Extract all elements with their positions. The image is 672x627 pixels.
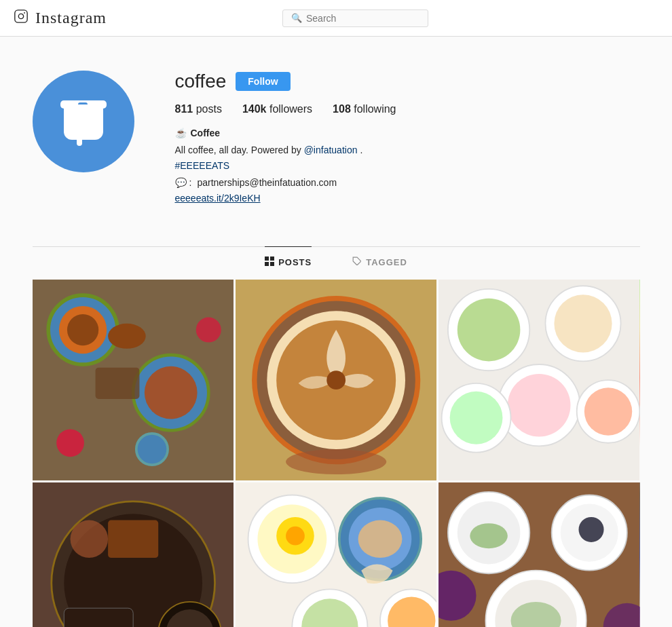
svg-point-61 [470,524,508,549]
bio-description-text: All coffee, all day. Powered by [175,145,301,155]
svg-point-24 [286,449,386,474]
search-container[interactable]: 🔍 [282,10,428,27]
tab-posts[interactable]: POSTS [265,246,312,278]
bio-name: ☕ Coffee [175,126,640,140]
tab-posts-label: POSTS [278,257,312,267]
bio-hashtag[interactable]: #EEEEEATS [175,160,230,171]
followers-stat: 140k followers [242,103,312,115]
svg-point-27 [458,299,521,362]
svg-point-17 [56,429,84,457]
header-left: Instagram [14,9,107,28]
svg-rect-3 [265,256,269,261]
following-stat: 108 following [333,103,396,115]
svg-point-2 [24,12,25,14]
main-content: coffee Follow 811 posts 140k followers 1… [19,37,654,627]
svg-point-29 [555,294,612,352]
following-label: following [354,103,396,115]
photo-cell-3[interactable] [438,280,639,480]
tabs-section: POSTS TAGGED [33,246,640,278]
svg-point-11 [67,314,98,345]
svg-point-35 [584,387,632,435]
photo-cell-4[interactable] [33,482,234,627]
posts-count: 811 [175,103,193,115]
email-icon: 💬 [175,176,187,190]
svg-point-16 [195,318,221,343]
bio-email-address: partnerships@theinfatuation.com [197,176,337,190]
svg-point-14 [108,324,146,349]
profile-cup-icon [60,98,107,145]
avatar-container [33,71,134,172]
tag-icon [352,256,362,268]
search-input[interactable] [306,13,419,24]
profile-info: coffee Follow 811 posts 140k followers 1… [175,71,640,206]
stats-row: 811 posts 140k followers 108 following [175,103,640,115]
svg-point-23 [326,370,346,390]
bio-email-prefix: : [189,176,192,190]
bio-url-link[interactable]: eeeeeats.it/2k9IeKH [175,191,640,206]
instagram-logo-text: Instagram [35,9,107,27]
followers-label: followers [269,103,312,115]
svg-point-13 [144,366,197,419]
bio-section: ☕ Coffee All coffee, all day. Powered by… [175,126,640,206]
svg-rect-5 [265,262,269,266]
coffee-emoji-icon: ☕ [175,126,187,140]
instagram-logo-icon [14,9,29,28]
posts-stat: 811 posts [175,103,222,115]
bio-description: All coffee, all day. Powered by @infatua… [175,143,640,157]
photo-grid [33,280,640,627]
svg-rect-6 [270,262,274,266]
avatar [33,71,134,172]
photo-cell-5[interactable] [236,482,436,627]
svg-point-40 [70,520,108,558]
svg-rect-4 [270,256,274,261]
svg-point-15 [136,434,167,465]
following-count: 108 [333,103,351,115]
photo-cell-2[interactable] [236,280,436,480]
search-icon: 🔍 [291,13,302,23]
bio-infatuation-link[interactable]: @infatuation [304,145,358,155]
followers-count: 140k [242,103,267,115]
profile-username: coffee [175,71,227,92]
bio-hashtag-line: #EEEEEATS [175,159,640,173]
tab-tagged[interactable]: TAGGED [352,246,407,278]
header: Instagram 🔍 [0,0,672,37]
tab-tagged-label: TAGGED [366,257,407,267]
username-row: coffee Follow [175,71,640,92]
bio-description-end: . [360,145,362,155]
photo-cell-1[interactable] [33,280,234,480]
photo-cell-6[interactable] [438,482,639,627]
posts-label: posts [196,103,222,115]
svg-point-64 [579,517,604,542]
svg-rect-41 [108,520,158,558]
svg-point-33 [450,392,503,444]
bio-display-name: Coffee [191,126,221,140]
profile-section: coffee Follow 811 posts 140k followers 1… [33,57,640,219]
svg-rect-18 [95,368,139,399]
svg-point-53 [358,520,402,558]
svg-point-50 [286,527,305,546]
svg-point-31 [508,374,571,437]
follow-button[interactable]: Follow [236,72,290,91]
svg-rect-0 [15,10,27,22]
bio-email-row: 💬 : partnerships@theinfatuation.com [175,176,640,190]
grid-icon [265,256,274,268]
svg-point-1 [18,14,23,18]
svg-rect-44 [64,609,133,627]
